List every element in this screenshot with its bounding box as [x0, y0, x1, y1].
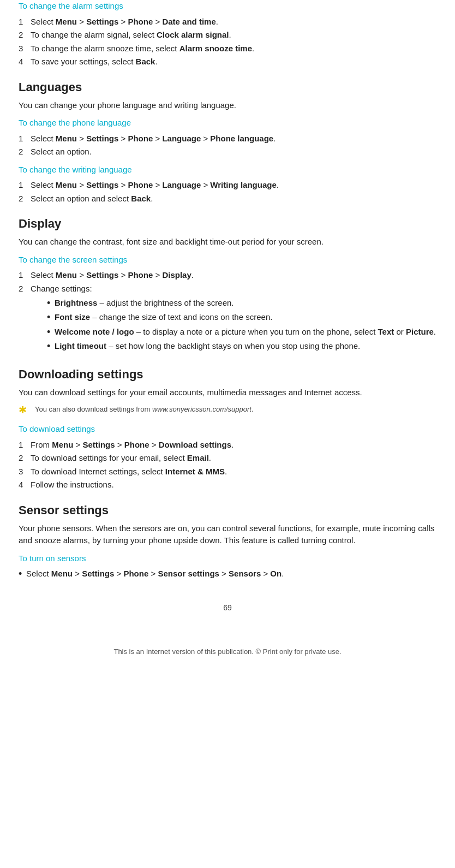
- screen-settings-cyan-heading: To change the screen settings: [19, 254, 436, 266]
- display-section: Display You can change the contrast, fon…: [19, 215, 436, 355]
- writing-lang-step-2: 2 Select an option and select Back.: [19, 193, 436, 205]
- tip-box: ✱ You can also download settings from ww…: [19, 404, 436, 418]
- phone-lang-step-2: 2 Select an option.: [19, 146, 436, 158]
- sensor-intro: Your phone sensors. When the sensors are…: [19, 522, 436, 547]
- display-bullets: • Brightness – adjust the brightness of …: [47, 297, 436, 353]
- tip-icon: ✱: [19, 403, 33, 418]
- display-bullet-welcomenote: • Welcome note / logo – to display a not…: [47, 326, 436, 338]
- page-number: 69: [19, 602, 436, 614]
- writing-lang-subsection: To change the writing language 1 Select …: [19, 164, 436, 205]
- download-step-2: 2 To download settings for your email, s…: [19, 452, 436, 465]
- display-bullet-brightness: • Brightness – adjust the brightness of …: [47, 297, 436, 310]
- alarm-section: To change the alarm settings 1 Select Me…: [19, 0, 436, 68]
- download-settings-subsection: To download settings 1 From Menu > Setti…: [19, 423, 436, 491]
- phone-lang-cyan-heading: To change the phone language: [19, 117, 436, 129]
- alarm-step-4: 4 To save your settings, select Back.: [19, 56, 436, 68]
- download-settings-cyan-heading: To download settings: [19, 423, 436, 436]
- sensor-section: Sensor settings Your phone sensors. When…: [19, 501, 436, 581]
- alarm-step-3: 3 To change the alarm snooze time, selec…: [19, 43, 436, 55]
- screen-settings-steps: 1 Select Menu > Settings > Phone > Displ…: [19, 269, 436, 355]
- sensor-heading: Sensor settings: [19, 501, 436, 519]
- phone-lang-steps: 1 Select Menu > Settings > Phone > Langu…: [19, 133, 436, 158]
- sensor-bullets: • Select Menu > Settings > Phone > Senso…: [19, 568, 436, 580]
- downloading-heading: Downloading settings: [19, 365, 436, 383]
- turn-on-sensors-cyan-heading: To turn on sensors: [19, 552, 436, 565]
- download-step-1: 1 From Menu > Settings > Phone > Downloa…: [19, 439, 436, 451]
- download-step-3: 3 To download Internet settings, select …: [19, 466, 436, 478]
- download-step-4: 4 Follow the instructions.: [19, 479, 436, 491]
- languages-intro: You can change your phone language and w…: [19, 99, 436, 112]
- writing-lang-cyan-heading: To change the writing language: [19, 164, 436, 176]
- phone-lang-step-1: 1 Select Menu > Settings > Phone > Langu…: [19, 133, 436, 145]
- tip-text: You can also download settings from www.…: [35, 404, 254, 415]
- screen-settings-step-2: 2 Change settings: • Brightness – adjust…: [19, 283, 436, 355]
- languages-heading: Languages: [19, 78, 436, 96]
- alarm-steps: 1 Select Menu > Settings > Phone > Date …: [19, 16, 436, 68]
- display-bullet-lighttimeout: • Light timeout – set how long the backl…: [47, 340, 436, 353]
- alarm-cyan-heading: To change the alarm settings: [19, 0, 436, 13]
- turn-on-sensors-subsection: To turn on sensors • Select Menu > Setti…: [19, 552, 436, 581]
- display-heading: Display: [19, 215, 436, 233]
- phone-lang-subsection: To change the phone language 1 Select Me…: [19, 117, 436, 158]
- screen-settings-step-1: 1 Select Menu > Settings > Phone > Displ…: [19, 269, 436, 282]
- alarm-step-1: 1 Select Menu > Settings > Phone > Date …: [19, 16, 436, 28]
- download-settings-steps: 1 From Menu > Settings > Phone > Downloa…: [19, 439, 436, 491]
- writing-lang-step-1: 1 Select Menu > Settings > Phone > Langu…: [19, 179, 436, 192]
- downloading-intro: You can download settings for your email…: [19, 387, 436, 399]
- alarm-step-2: 2 To change the alarm signal, select Clo…: [19, 29, 436, 41]
- display-intro: You can change the contrast, font size a…: [19, 236, 436, 248]
- sensor-bullet-1: • Select Menu > Settings > Phone > Senso…: [19, 568, 436, 580]
- writing-lang-steps: 1 Select Menu > Settings > Phone > Langu…: [19, 179, 436, 205]
- display-bullet-fontsize: • Font size – change the size of text an…: [47, 311, 436, 324]
- screen-settings-subsection: To change the screen settings 1 Select M…: [19, 254, 436, 355]
- languages-section: Languages You can change your phone lang…: [19, 78, 436, 205]
- downloading-section: Downloading settings You can download se…: [19, 365, 436, 491]
- footer-text: This is an Internet version of this publ…: [19, 646, 436, 663]
